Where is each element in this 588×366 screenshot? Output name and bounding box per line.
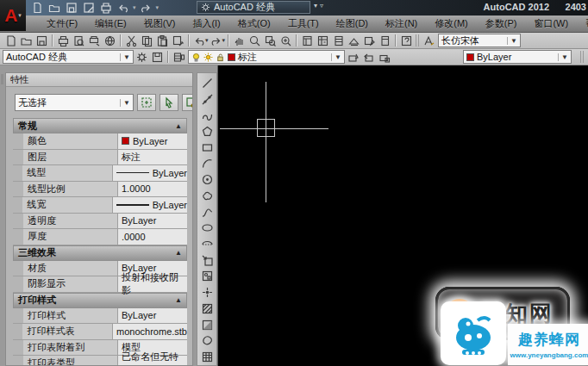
menu-file[interactable]: 文件(F): [38, 17, 86, 30]
redo-icon[interactable]: [139, 2, 153, 15]
menu-help[interactable]: 帮助(H): [577, 17, 588, 30]
properties-icon[interactable]: [299, 34, 315, 48]
property-row-plot-style-table[interactable]: 打印样式表 monochrome.stb: [13, 324, 187, 340]
chevron-down-icon[interactable]: ▼: [331, 53, 341, 61]
property-value[interactable]: ByLayer: [118, 308, 187, 324]
gradient-icon[interactable]: [198, 317, 216, 333]
undo-icon[interactable]: [116, 2, 130, 15]
layer-states-manager-icon[interactable]: [376, 50, 391, 65]
layer-previous-icon[interactable]: [360, 50, 376, 65]
zoom-window-icon[interactable]: [262, 34, 278, 48]
autocad-app-button[interactable]: A ▾: [0, 0, 26, 31]
section-header-general[interactable]: 常规 ▲: [13, 118, 187, 133]
section-header-3d[interactable]: 三维效果 ▲: [13, 245, 187, 261]
property-value[interactable]: ByLayer: [118, 214, 187, 229]
property-value[interactable]: 已命名但无特性表: [118, 356, 187, 366]
plot-preview-icon[interactable]: [71, 34, 86, 48]
rectangle-icon[interactable]: [198, 140, 216, 156]
help-icon[interactable]: [398, 34, 414, 48]
plot-icon[interactable]: [55, 34, 71, 48]
zoom-previous-icon[interactable]: [278, 34, 293, 48]
spline-icon[interactable]: [198, 204, 216, 220]
zoom-realtime-icon[interactable]: [247, 34, 262, 48]
design-center-icon[interactable]: [315, 34, 330, 48]
match-properties-icon[interactable]: [170, 34, 185, 48]
menu-view[interactable]: 视图(V): [135, 17, 185, 30]
save-workspace-icon[interactable]: [149, 50, 165, 65]
layer-unlock-icon[interactable]: [216, 53, 225, 62]
open-icon[interactable]: [47, 2, 61, 15]
chevron-down-icon[interactable]: ▼: [558, 53, 568, 61]
property-row-lineweight[interactable]: 线宽 ByLayer: [13, 197, 187, 214]
collapse-caret-icon[interactable]: ▲: [175, 122, 182, 130]
hatch-icon[interactable]: [198, 301, 216, 317]
workspace-switcher[interactable]: AutoCAD 经典: [197, 1, 310, 14]
redo-dropdown-icon[interactable]: ▾: [156, 4, 160, 11]
copy-icon[interactable]: [139, 34, 154, 48]
undo-dropdown-icon[interactable]: ▾: [205, 37, 209, 44]
workspace-dropdown-icon[interactable]: ▾▿: [314, 2, 326, 9]
tool-palettes-icon[interactable]: [330, 34, 346, 48]
drawing-canvas[interactable]: 酷知网 趣养蜂网 www.yneyangbang.com: [217, 65, 588, 366]
make-object-layer-current-icon[interactable]: [345, 50, 360, 65]
menu-insert[interactable]: 插入(I): [184, 17, 228, 30]
layer-combo[interactable]: 标注 ▼: [188, 50, 345, 64]
toolbar-grip[interactable]: [580, 51, 584, 63]
chevron-down-icon[interactable]: ▼: [507, 37, 517, 45]
save-icon[interactable]: [34, 34, 49, 48]
property-row-layer[interactable]: 图层 标注: [13, 150, 187, 166]
construction-line-icon[interactable]: [198, 91, 216, 108]
circle-icon[interactable]: [198, 171, 216, 188]
save-as-icon[interactable]: [81, 2, 96, 15]
quick-select-button[interactable]: [182, 94, 193, 111]
polyline-icon[interactable]: [198, 107, 216, 123]
property-value[interactable]: ByLayer: [113, 197, 187, 213]
property-row-shadow-display[interactable]: 阴影显示 投射和接收阴影: [13, 276, 187, 293]
point-icon[interactable]: [198, 284, 216, 301]
property-value[interactable]: .0000: [118, 229, 187, 245]
undo-dropdown-icon[interactable]: ▾: [133, 4, 136, 11]
property-value[interactable]: monochrome.stb: [113, 324, 187, 339]
redo-dropdown-icon[interactable]: ▾: [222, 37, 226, 44]
property-value[interactable]: 投射和接收阴影: [118, 276, 187, 292]
menu-window[interactable]: 窗口(W): [525, 17, 577, 30]
workspace-combo[interactable]: AutoCAD 经典 ▼: [3, 50, 134, 64]
toolbar-grip[interactable]: [416, 34, 419, 47]
text-style-icon[interactable]: [421, 34, 436, 48]
region-icon[interactable]: [198, 333, 216, 350]
markup-set-manager-icon[interactable]: [361, 34, 377, 48]
property-value[interactable]: 1.0000: [118, 182, 187, 197]
qnew-icon[interactable]: [29, 2, 44, 15]
layer-on-bulb-icon[interactable]: [191, 53, 201, 62]
property-value[interactable]: ByLayer: [118, 133, 187, 149]
chevron-down-icon[interactable]: ▼: [120, 99, 130, 107]
open-icon[interactable]: [18, 34, 34, 48]
property-row-color[interactable]: 颜色 ByLayer: [13, 133, 187, 150]
properties-palette-titlebar[interactable]: 特性: [6, 73, 192, 87]
collapse-caret-icon[interactable]: ▲: [175, 249, 182, 257]
publish-icon[interactable]: [86, 34, 102, 48]
font-style-combo[interactable]: 长仿宋体 ▼: [438, 34, 521, 47]
save-icon[interactable]: [64, 2, 78, 15]
color-combo[interactable]: ByLayer ▼: [463, 50, 572, 64]
qnew-icon[interactable]: [3, 34, 18, 48]
select-objects-button[interactable]: [160, 94, 178, 111]
plot-icon[interactable]: [98, 2, 113, 15]
make-block-icon[interactable]: [198, 269, 216, 285]
table-icon[interactable]: [198, 349, 216, 365]
selection-combo[interactable]: 无选择 ▼: [15, 94, 134, 111]
ellipse-icon[interactable]: [198, 220, 216, 236]
pan-icon[interactable]: [231, 34, 247, 48]
line-icon[interactable]: [198, 75, 216, 91]
revision-cloud-icon[interactable]: [198, 188, 216, 204]
quick-calc-icon[interactable]: [377, 34, 392, 48]
property-value[interactable]: 标注: [118, 150, 187, 165]
chevron-down-icon[interactable]: ▼: [120, 53, 130, 61]
menu-edit[interactable]: 编辑(E): [86, 17, 135, 30]
polygon-icon[interactable]: [198, 123, 216, 140]
layer-properties-manager-icon[interactable]: [171, 50, 186, 65]
menu-format[interactable]: 格式(O): [229, 17, 279, 30]
insert-block-icon[interactable]: [198, 252, 216, 269]
property-row-linetype[interactable]: 线型 ByLayer: [13, 165, 187, 182]
ellipse-arc-icon[interactable]: [198, 236, 216, 252]
